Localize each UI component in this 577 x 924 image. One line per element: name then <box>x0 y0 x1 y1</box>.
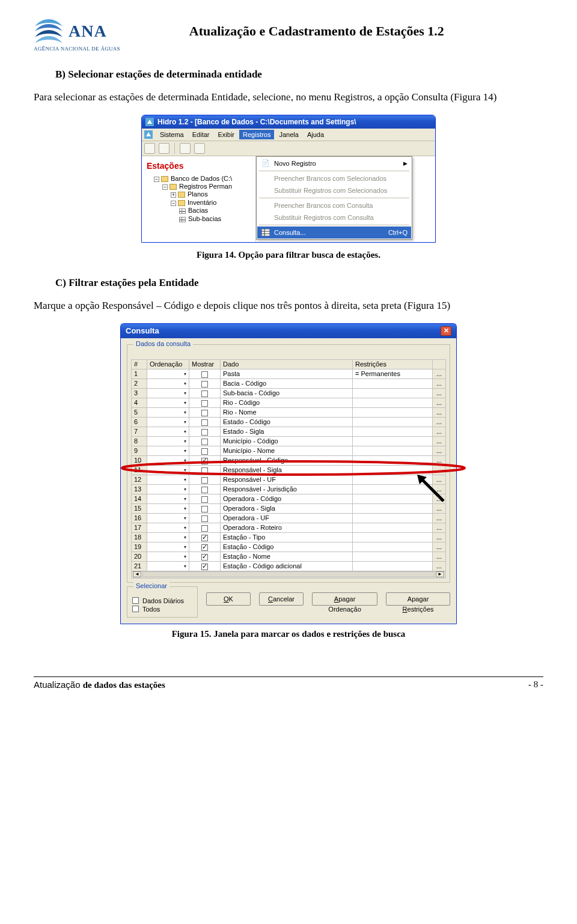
scroll-left-icon[interactable]: ◄ <box>133 571 141 577</box>
show-checkbox[interactable] <box>201 554 208 561</box>
table-row[interactable]: 7▾Estado - Sigla... <box>132 427 446 436</box>
ellipsis-button[interactable]: ... <box>433 552 446 561</box>
tree-inventario[interactable]: −Inventário Bacias Sub-bacias <box>171 198 254 223</box>
ellipsis-button[interactable]: ... <box>433 446 446 455</box>
menu-registros[interactable]: Registros <box>239 130 274 139</box>
table-row[interactable]: 3▾Sub-bacia - Código... <box>132 388 446 398</box>
menu-sistema[interactable]: Sistema <box>156 130 188 139</box>
table-row[interactable]: 21▾Estação - Código adicional... <box>132 561 446 571</box>
ellipsis-button[interactable]: ... <box>433 417 446 427</box>
ellipsis-button[interactable]: ... <box>433 503 446 513</box>
ellipsis-button[interactable]: ... <box>433 407 446 417</box>
ellipsis-button[interactable]: ... <box>433 369 446 378</box>
cancel-button[interactable]: Cancelar <box>259 592 304 606</box>
table-row[interactable]: 6▾Estado - Código... <box>132 417 446 427</box>
ellipsis-button[interactable]: ... <box>433 484 446 494</box>
consulta-dialog: Consulta ✕ Dados da consulta # Ordenação… <box>120 323 457 624</box>
table-row[interactable]: 2▾Bacia - Código... <box>132 378 446 388</box>
table-row[interactable]: 9▾Município - Nome... <box>132 446 446 455</box>
clear-ord-button[interactable]: Apagar Ordenação <box>312 592 377 606</box>
tree-registros[interactable]: −Registros Perman +Planos −Inventário Ba… <box>162 182 254 224</box>
show-checkbox[interactable] <box>201 458 208 464</box>
table-row[interactable]: 20▾Estação - Nome... <box>132 552 446 561</box>
dd-consulta[interactable]: Consulta... Ctrl+Q <box>257 226 411 239</box>
table-row[interactable]: 13▾Responsável - Jurisdição... <box>132 484 446 494</box>
table-row[interactable]: 10▾Responsável - Código... <box>132 455 446 465</box>
show-checkbox[interactable] <box>201 419 208 426</box>
show-checkbox[interactable] <box>201 439 208 445</box>
tree-bacias[interactable]: Bacias <box>179 206 254 214</box>
ellipsis-button[interactable]: ... <box>433 427 446 436</box>
show-checkbox[interactable] <box>201 371 208 378</box>
chk-dados-diarios[interactable]: Dados Diários <box>132 597 192 605</box>
menubar[interactable]: Sistema Editar Exibir Registros Janela A… <box>142 129 435 141</box>
table-row[interactable]: 5▾Rio - Nome... <box>132 407 446 417</box>
tool-btn-2[interactable] <box>159 143 169 154</box>
scroll-right-icon[interactable]: ► <box>436 571 444 577</box>
tool-btn-3[interactable] <box>180 143 191 154</box>
ellipsis-button[interactable]: ... <box>433 513 446 523</box>
ellipsis-button[interactable]: ... <box>433 465 446 475</box>
tool-sep <box>174 143 175 154</box>
menu-ajuda[interactable]: Ajuda <box>304 130 328 139</box>
table-row[interactable]: 11▾Responsável - Sigla... <box>132 465 446 475</box>
menu-exibir[interactable]: Exibir <box>215 130 239 139</box>
ellipsis-button[interactable]: ... <box>433 436 446 446</box>
ellipsis-button[interactable]: ... <box>433 388 446 398</box>
clear-rest-button[interactable]: Apagar Restrições <box>386 592 450 606</box>
table-row[interactable]: 15▾Operadora - Sigla... <box>132 503 446 513</box>
ellipsis-button[interactable]: ... <box>433 494 446 503</box>
show-checkbox[interactable] <box>201 381 208 388</box>
show-checkbox[interactable] <box>201 467 208 474</box>
table-row[interactable]: 4▾Rio - Código... <box>132 398 446 407</box>
table-row[interactable]: 19▾Estação - Código... <box>132 542 446 552</box>
show-checkbox[interactable] <box>201 506 208 512</box>
show-checkbox[interactable] <box>201 429 208 436</box>
menu-editar[interactable]: Editar <box>189 130 213 139</box>
tree-planos[interactable]: +Planos <box>171 190 254 198</box>
table-row[interactable]: 18▾Estação - Tipo... <box>132 532 446 542</box>
show-checkbox[interactable] <box>201 487 208 493</box>
ellipsis-button[interactable]: ... <box>433 398 446 407</box>
col-ord: Ordenação <box>147 359 189 369</box>
tree-root[interactable]: −Banco de Dados (C:\ −Registros Perman +… <box>154 174 254 225</box>
chk-todos[interactable]: Todos <box>132 605 192 613</box>
show-checkbox[interactable] <box>201 564 208 570</box>
show-checkbox[interactable] <box>201 544 208 551</box>
show-checkbox[interactable] <box>201 535 208 541</box>
toolbar <box>142 141 435 156</box>
close-button[interactable]: ✕ <box>441 326 451 336</box>
table-row[interactable]: 8▾Município - Código... <box>132 436 446 446</box>
dd-shortcut: Ctrl+Q <box>388 229 408 236</box>
show-checkbox[interactable] <box>201 391 208 397</box>
ellipsis-button[interactable]: ... <box>433 455 446 465</box>
scroll-thumb[interactable] <box>142 571 435 577</box>
show-checkbox[interactable] <box>201 477 208 484</box>
horizontal-scrollbar[interactable]: ◄ ► <box>131 571 446 579</box>
show-checkbox[interactable] <box>201 496 208 503</box>
table-row[interactable]: 17▾Operadora - Roteiro... <box>132 523 446 532</box>
show-checkbox[interactable] <box>201 515 208 522</box>
ellipsis-button[interactable]: ... <box>433 561 446 571</box>
table-row[interactable]: 16▾Operadora - UF... <box>132 513 446 523</box>
ok-button[interactable]: OK <box>206 592 251 606</box>
ellipsis-button[interactable]: ... <box>433 378 446 388</box>
ellipsis-button[interactable]: ... <box>433 532 446 542</box>
tree-subbacias[interactable]: Sub-bacias <box>179 214 254 223</box>
show-checkbox[interactable] <box>201 400 208 407</box>
tree-heading: Estações <box>145 159 254 174</box>
table-row[interactable]: 14▾Operadora - Código... <box>132 494 446 503</box>
table-row[interactable]: 1▾Pasta= Permanentes... <box>132 369 446 378</box>
ellipsis-button[interactable]: ... <box>433 542 446 552</box>
ellipsis-button[interactable]: ... <box>433 475 446 484</box>
show-checkbox[interactable] <box>201 448 208 455</box>
show-checkbox[interactable] <box>201 525 208 532</box>
menu-janela[interactable]: Janela <box>275 130 302 139</box>
consulta-grid[interactable]: # Ordenação Mostrar Dado Restrições 1▾Pa… <box>131 359 446 571</box>
dd-novo-registro[interactable]: 📄 Novo Registro ▶ <box>257 157 411 169</box>
tool-btn-4[interactable] <box>194 143 205 154</box>
tool-btn-1[interactable] <box>144 143 155 154</box>
ellipsis-button[interactable]: ... <box>433 523 446 532</box>
table-row[interactable]: 12▾Responsável - UF... <box>132 475 446 484</box>
show-checkbox[interactable] <box>201 410 208 416</box>
